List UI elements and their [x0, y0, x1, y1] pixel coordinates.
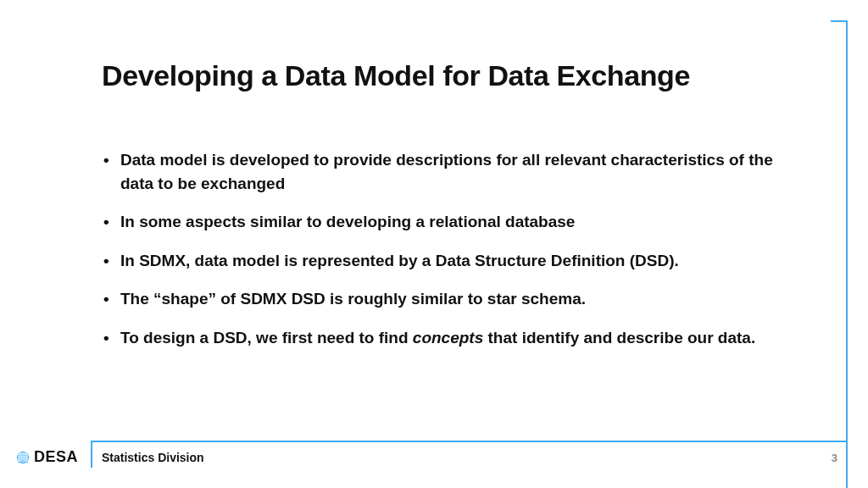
list-item: To design a DSD, we first need to find c…: [102, 326, 800, 350]
bullet-text: The “shape” of SDMX DSD is roughly simil…: [120, 290, 586, 308]
slide-footer: DESA Statistics Division 3: [0, 444, 848, 468]
bullet-text: In SDMX, data model is represented by a …: [120, 252, 679, 269]
accent-border-top: [831, 20, 848, 22]
bullet-text: In some aspects similar to developing a …: [120, 213, 575, 230]
list-item: The “shape” of SDMX DSD is roughly simil…: [102, 287, 800, 311]
slide-title: Developing a Data Model for Data Exchang…: [102, 59, 817, 92]
bullet-text-em: concepts: [413, 329, 483, 347]
bullet-text: Data model is developed to provide descr…: [120, 151, 773, 192]
list-item: Data model is developed to provide descr…: [102, 148, 800, 195]
footer-rule: [91, 441, 848, 442]
slide: Developing a Data Model for Data Exchang…: [0, 0, 868, 488]
bullet-text-post: that identify and describe our data.: [483, 329, 755, 347]
bullet-text-pre: To design a DSD, we first need to find: [120, 329, 413, 347]
un-emblem-icon: [15, 450, 31, 465]
division-label: Statistics Division: [102, 451, 204, 464]
desa-text: DESA: [34, 448, 78, 466]
list-item: In some aspects similar to developing a …: [102, 210, 800, 234]
bullet-list: Data model is developed to provide descr…: [102, 148, 800, 364]
desa-logo: DESA: [15, 448, 78, 466]
list-item: In SDMX, data model is represented by a …: [102, 249, 800, 273]
accent-border-right: [846, 20, 848, 488]
page-number: 3: [832, 452, 837, 464]
footer-rule-vert: [91, 441, 92, 468]
